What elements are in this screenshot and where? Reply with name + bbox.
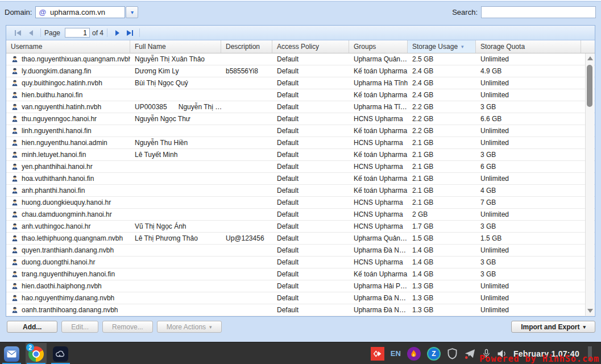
table-row[interactable]: hien.daothi.haiphong.nvbhDefaultUpharma … [6,280,595,292]
column-header-groups[interactable]: Groups [349,40,408,53]
column-header-username[interactable]: Username [6,40,130,53]
table-row[interactable]: hoa.vuthithanh.hanoi.finDefaultKế toán U… [6,173,595,185]
table-row[interactable]: anh.vuthingoc.hanoi.hrVũ Thị Ngọc ÁnhDef… [6,221,595,233]
cell-full-name: Nguyễn Thu Hiền [130,137,221,148]
cell-description [221,137,272,148]
cell-username: quy.buithingoc.hatinh.nvbh [6,77,130,89]
column-header-storage-quota[interactable]: Storage Quota [476,40,581,53]
table-row[interactable]: linh.nguyenthi.hanoi.finDefaultKế toán U… [6,125,595,137]
table-row[interactable]: chau.damduongminh.hanoi.hrDefaultHCNS Up… [6,209,595,221]
domain-select[interactable]: @ upharma.com.vn [35,6,125,18]
table-row[interactable]: hien.buithu.hanoi.finDefaultKế toán Upha… [6,89,595,101]
keyboard-layout-indicator[interactable]: EN [391,349,401,358]
search-input[interactable] [481,6,596,18]
table-row[interactable]: trang.nguyenthihuyen.hanoi.finDefaultKế … [6,268,595,280]
last-page-button[interactable] [123,28,136,38]
cell-groups: HCNS Upharma [349,257,408,268]
cell-storage-usage: 1.4 GB [408,245,476,256]
cell-storage-quota: Unlimited [476,173,581,184]
cell-groups: Kế toán Upharma [349,149,408,160]
first-page-button[interactable] [12,28,24,38]
cell-full-name: Nguyễn Thị Xuân Thảo [130,53,221,65]
cell-access-policy: Default [272,257,349,268]
zalo-tray-icon[interactable]: Z [427,347,441,361]
cloud-terminal-app-button[interactable] [50,343,71,364]
at-icon: @ [39,8,46,16]
cell-full-name [130,161,221,172]
cell-storage-usage: 2.1 GB [408,137,476,148]
table-row[interactable]: huong.duongkieuquy.hanoi.hrDefaultHCNS U… [6,197,595,209]
table-row[interactable]: minh.letuyet.hanoi.finLê Tuyết MinhDefau… [6,149,595,161]
column-header-storage-usage[interactable]: Storage Usage▾ [408,40,476,53]
user-icon [11,246,19,254]
table-row[interactable]: quyen.tranthianh.danang.nvbhDefaultUphar… [6,245,595,257]
cell-access-policy: Default [272,209,349,220]
cell-username: thu.nguyenngoc.hanoi.hr [6,113,130,125]
shield-icon[interactable] [447,348,458,359]
cell-storage-usage: 2.2 GB [408,101,476,113]
user-icon [11,187,19,195]
table-row[interactable]: thu.nguyenngoc.hanoi.hrNguyễn Ngọc ThưDe… [6,113,595,125]
import-export-button[interactable]: Import and Export▾ [511,321,595,333]
cell-description [221,292,272,304]
telegram-icon[interactable] [464,348,476,359]
table-row[interactable]: van.nguyenthi.hatinh.nvbhUP000385 Nguyễn… [6,101,595,113]
cell-description [221,197,272,208]
cell-access-policy: Default [272,280,349,292]
cell-access-policy: Default [272,149,349,160]
table-row[interactable]: hao.nguyenthimy.danang.nvbhDefaultUpharm… [6,292,595,304]
column-header-access-policy[interactable]: Access Policy [272,40,349,53]
cell-access-policy: Default [272,268,349,280]
user-icon [11,198,19,206]
cell-storage-usage: 2 GB [408,209,476,220]
cell-groups: Upharma Hải P… [349,280,408,292]
scroll-up-icon[interactable] [587,56,593,60]
cell-storage-usage: 2.1 GB [408,149,476,160]
pager-separator [107,28,107,37]
column-header-description[interactable]: Description [221,40,272,53]
cell-groups: Kế toán Upharma [349,89,408,101]
scroll-down-icon[interactable] [587,309,593,313]
table-row[interactable]: ly.duongkim.danang.finDương Kim Lyb58556… [6,65,595,77]
cell-access-policy: Default [272,185,349,196]
table-row[interactable]: oanh.tranthihoang.danang.nvbhDefaultUpha… [6,304,595,316]
table-row[interactable]: duong.duongthi.hanoi.hrDefaultHCNS Uphar… [6,257,595,268]
last-page-icon [126,30,134,36]
red-app-tray-icon[interactable] [371,347,384,361]
user-icon [11,91,19,99]
cell-access-policy: Default [272,137,349,148]
cell-full-name: Bùi Thị Ngọc Quý [130,77,221,89]
table-row[interactable]: yen.phanthihai.hanoi.hrDefaultHCNS Uphar… [6,161,595,173]
cell-groups: HCNS Upharma [349,197,408,208]
mail-app-button[interactable] [1,343,22,364]
table-row[interactable]: hien.nguyenthu.hanoi.adminNguyễn Thu Hiề… [6,137,595,149]
table-row[interactable]: anh.phanthi.hanoi.finDefaultKế toán Upha… [6,185,595,197]
chrome-app-button[interactable]: 2 [26,343,47,364]
cell-storage-quota: 7 GB [476,197,581,208]
more-actions-button[interactable]: More Actions▾ [157,321,222,333]
page-number-input[interactable] [65,28,90,38]
cell-username: huong.duongkieuquy.hanoi.hr [6,197,130,208]
table-row[interactable]: thao.nguyenthixuan.quangnam.nvbhNguyễn T… [6,53,595,65]
domain-value: upharma.com.vn [50,8,105,16]
edit-button[interactable]: Edit... [61,321,98,333]
cell-storage-usage: 2.1 GB [408,185,476,196]
vertical-scrollbar[interactable] [585,53,594,316]
cell-full-name: Lê Tuyết Minh [130,149,221,160]
cell-storage-usage: 1.3 GB [408,304,476,316]
cell-storage-quota: Unlimited [476,292,581,304]
cell-description [221,161,272,172]
domain-dropdown-button[interactable]: ▾ [126,6,138,18]
next-page-button[interactable] [111,28,123,38]
add-button[interactable]: Add... [7,321,57,333]
table-row[interactable]: thao.lethiphuong.quangnam.nvbhLê Thị Phư… [6,233,595,245]
table-row[interactable]: quy.buithingoc.hatinh.nvbhBùi Thị Ngọc Q… [6,77,595,89]
flame-app-tray-icon[interactable] [407,347,421,361]
scrollbar-thumb[interactable] [587,65,592,107]
cell-groups: Upharma Đà N… [349,292,408,304]
user-icon [11,222,19,230]
column-header-fullname[interactable]: Full Name [130,40,221,53]
window-top-strip [0,0,601,2]
prev-page-button[interactable] [24,28,37,38]
remove-button[interactable]: Remove... [102,321,153,333]
